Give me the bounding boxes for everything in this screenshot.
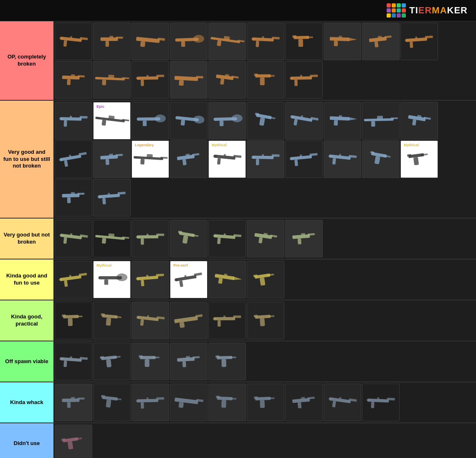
svg-rect-124 xyxy=(140,159,144,165)
gun-image xyxy=(172,107,205,135)
gun-image xyxy=(95,184,128,211)
svg-rect-264 xyxy=(177,357,195,362)
svg-rect-294 xyxy=(260,400,265,408)
svg-rect-198 xyxy=(297,238,301,244)
gun-image xyxy=(363,109,399,132)
svg-rect-275 xyxy=(71,397,74,399)
svg-rect-142 xyxy=(309,153,317,156)
svg-rect-57 xyxy=(196,76,203,78)
item-cell xyxy=(132,302,169,339)
svg-rect-89 xyxy=(213,117,237,121)
tier-row-f: Kinda whack xyxy=(0,382,476,423)
item-cell xyxy=(285,140,323,178)
svg-rect-102 xyxy=(334,120,338,125)
item-cell xyxy=(208,384,246,421)
svg-rect-182 xyxy=(136,236,139,237)
item-cell xyxy=(362,23,400,60)
gun-image xyxy=(325,388,360,417)
svg-rect-303 xyxy=(339,397,341,399)
gun-image xyxy=(56,265,91,294)
svg-rect-278 xyxy=(106,399,111,407)
svg-rect-33 xyxy=(369,37,386,42)
item-cell xyxy=(362,384,400,421)
gun-image xyxy=(137,349,164,374)
svg-rect-160 xyxy=(77,193,84,195)
svg-rect-59 xyxy=(216,74,234,80)
svg-rect-69 xyxy=(294,79,298,86)
svg-rect-272 xyxy=(62,398,79,402)
svg-rect-190 xyxy=(223,233,225,235)
tier-row-b: Very good but not broken xyxy=(0,219,476,260)
svg-rect-87 xyxy=(180,120,185,125)
tier-label-a: Very good and fun to use but still not b… xyxy=(0,101,53,218)
item-cell xyxy=(247,302,284,339)
gun-image xyxy=(171,265,206,294)
svg-rect-21 xyxy=(271,36,279,39)
tier-list: OP, completely broken xyxy=(0,21,476,458)
item-cell xyxy=(285,61,323,99)
item-cell xyxy=(93,140,131,178)
gun-image xyxy=(134,226,166,251)
svg-rect-120 xyxy=(105,159,109,165)
item-cell xyxy=(362,102,400,140)
item-cell xyxy=(55,23,92,60)
svg-rect-108 xyxy=(365,120,368,121)
svg-rect-50 xyxy=(96,78,99,79)
gun-image xyxy=(58,108,89,134)
gun-image xyxy=(134,266,167,293)
item-cell xyxy=(132,343,169,380)
tier-row-d: Kinda good, practical xyxy=(0,300,476,341)
svg-rect-216 xyxy=(184,275,186,277)
svg-rect-27 xyxy=(298,39,303,47)
item-cell xyxy=(55,384,92,421)
svg-rect-297 xyxy=(307,397,314,399)
svg-rect-139 xyxy=(262,154,264,156)
svg-rect-40 xyxy=(415,36,417,38)
svg-rect-267 xyxy=(186,356,190,358)
tier-row-c: Kinda good and fun to use Mythical Pre-n… xyxy=(0,260,476,300)
svg-rect-138 xyxy=(256,159,259,165)
tier-items-c: Mythical Pre-nerf xyxy=(53,260,476,300)
svg-rect-109 xyxy=(408,115,426,121)
item-cell xyxy=(55,102,92,140)
svg-rect-9 xyxy=(136,37,160,43)
gun-image xyxy=(97,389,127,416)
svg-rect-211 xyxy=(146,275,148,277)
svg-rect-248 xyxy=(253,315,258,317)
tier-label-g: Didn't use xyxy=(0,423,53,458)
svg-rect-105 xyxy=(390,117,398,119)
gun-image xyxy=(97,348,127,375)
gun-image xyxy=(93,107,131,134)
svg-rect-133 xyxy=(217,158,220,165)
svg-rect-192 xyxy=(254,233,272,239)
gun-image xyxy=(134,307,167,335)
svg-rect-290 xyxy=(221,399,226,407)
item-cell xyxy=(93,179,131,216)
gun-image xyxy=(251,307,280,333)
item-cell: Mythical xyxy=(93,261,131,298)
item-cell xyxy=(132,23,169,60)
gun-image xyxy=(134,108,166,133)
item-cell xyxy=(285,384,323,421)
item-cell xyxy=(324,384,361,421)
gun-image xyxy=(289,390,319,415)
svg-rect-143 xyxy=(294,159,298,166)
svg-rect-64 xyxy=(254,74,258,76)
svg-rect-6 xyxy=(116,37,123,39)
svg-rect-228 xyxy=(68,318,73,326)
svg-rect-291 xyxy=(229,397,236,399)
svg-rect-203 xyxy=(69,275,71,277)
svg-rect-202 xyxy=(64,280,68,287)
svg-rect-249 xyxy=(260,318,265,326)
svg-rect-165 xyxy=(102,198,106,204)
gun-image xyxy=(287,145,321,173)
svg-rect-55 xyxy=(136,77,139,79)
svg-rect-185 xyxy=(182,235,188,244)
gun-image xyxy=(288,67,320,92)
svg-rect-114 xyxy=(78,152,86,155)
gun-image xyxy=(98,147,126,171)
svg-rect-215 xyxy=(179,280,183,287)
item-cell xyxy=(132,61,169,99)
svg-rect-93 xyxy=(259,117,265,126)
svg-rect-5 xyxy=(100,37,118,41)
